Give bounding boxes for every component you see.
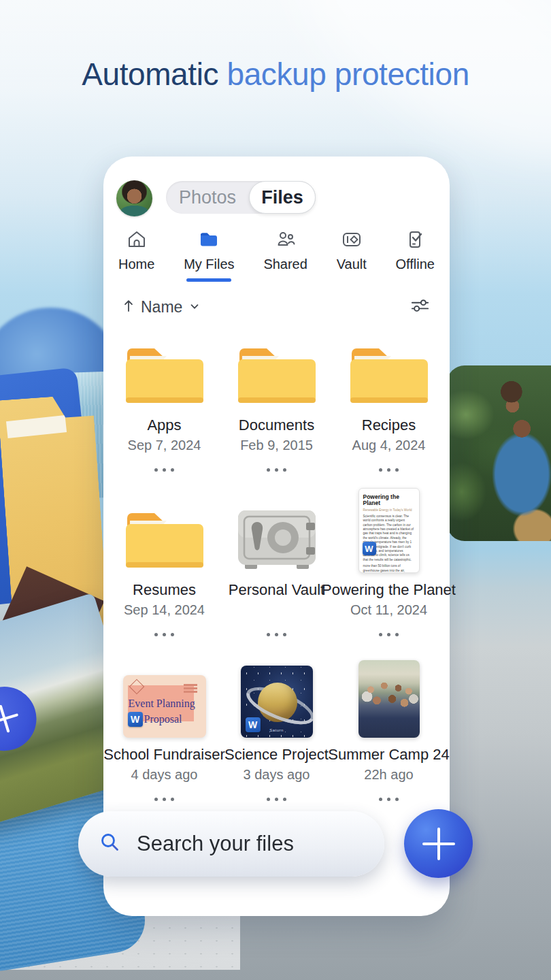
file-item-recipes[interactable]: Recipes Aug 4, 2024 <box>333 320 445 476</box>
word-icon: W <box>128 712 143 727</box>
tab-vault[interactable]: Vault <box>337 229 367 282</box>
search-input[interactable] <box>135 831 410 857</box>
file-date: 3 days ago <box>244 767 310 783</box>
file-name: School Fundraiser <box>103 746 225 764</box>
word-icon: W <box>363 542 376 555</box>
file-item-documents[interactable]: Documents Feb 9, 2015 <box>220 320 333 476</box>
doc-thumb-title: Powering the Planet <box>363 494 415 507</box>
offline-check-icon <box>404 229 426 253</box>
filter-sliders-icon[interactable] <box>410 295 431 319</box>
tab-my-files[interactable]: My Files <box>184 229 234 282</box>
avatar[interactable] <box>116 180 152 216</box>
more-options-icon[interactable] <box>267 627 286 641</box>
toggle-option-files[interactable]: Files <box>249 181 316 214</box>
file-name: Documents <box>239 416 314 434</box>
flyer-heading-2: Proposal <box>144 713 182 725</box>
sort-control[interactable]: Name <box>122 298 201 317</box>
file-name: Recipes <box>362 416 416 434</box>
folder-icon <box>235 346 318 408</box>
folder-icon <box>123 346 206 408</box>
tab-home-label: Home <box>118 257 154 272</box>
file-date: 22h ago <box>364 767 413 783</box>
tab-offline[interactable]: Offline <box>396 229 435 282</box>
screenshot-stage: Automatic backup protection Photos Files… <box>0 0 551 980</box>
add-button[interactable] <box>404 809 473 878</box>
bottom-nav-tabs: Home My Files Shared <box>118 229 435 282</box>
file-date: Oct 11, 2024 <box>350 602 427 619</box>
file-date: Aug 4, 2024 <box>352 438 426 454</box>
page-title: Automatic backup protection <box>0 56 551 93</box>
plus-icon <box>0 679 44 758</box>
file-item-summer-camp-24[interactable]: Summer Camp 24 22h ago <box>333 649 445 806</box>
more-options-icon[interactable] <box>379 627 399 641</box>
tab-shared-label: Shared <box>263 257 307 272</box>
photos-files-toggle[interactable]: Photos Files <box>166 181 316 214</box>
more-options-icon[interactable] <box>267 792 286 806</box>
tab-offline-label: Offline <box>396 257 435 272</box>
chevron-down-icon <box>188 298 201 316</box>
file-item-resumes[interactable]: Resumes Sep 14, 2024 <box>108 485 220 641</box>
file-name: Science Project <box>224 746 329 764</box>
flyer-text-lines <box>184 684 197 693</box>
file-date: Feb 9, 2015 <box>240 438 313 454</box>
photo-thumbnail <box>358 660 420 738</box>
word-icon: W <box>246 717 261 732</box>
flyer-heading-1: Event Planning <box>129 698 195 710</box>
doc-thumb-subtitle: Renewable Energy in Today's World <box>363 508 415 512</box>
tab-home[interactable]: Home <box>118 229 154 282</box>
safe-icon <box>237 508 317 573</box>
more-options-icon[interactable] <box>154 792 174 806</box>
folder-icon <box>198 229 220 253</box>
folder-icon <box>348 346 431 408</box>
page-title-highlight: backup protection <box>227 56 469 92</box>
sort-filter-row: Name <box>122 295 431 319</box>
file-name: Apps <box>147 416 181 434</box>
file-grid: Apps Sep 7, 2024 Documents Feb 9, 2015 <box>108 320 445 806</box>
folder-icon <box>123 510 206 573</box>
tab-vault-label: Vault <box>337 257 367 272</box>
word-image-thumbnail: Saturn W <box>241 666 313 738</box>
file-date: Sep 7, 2024 <box>128 438 201 454</box>
toggle-option-photos[interactable]: Photos <box>166 187 249 208</box>
file-date: Sep 14, 2024 <box>124 602 205 619</box>
page-title-prefix: Automatic <box>82 56 227 92</box>
decor-family-photo <box>447 365 551 541</box>
word-document-thumbnail: Powering the Planet Renewable Energy in … <box>358 488 420 573</box>
more-options-icon[interactable] <box>154 627 174 641</box>
doc-thumb-body2: more than 50 billion tons of greenhouse … <box>363 564 415 573</box>
file-date: 4 days ago <box>131 767 198 783</box>
tab-shared[interactable]: Shared <box>263 229 307 282</box>
onedrive-app-card: Photos Files Home My Files <box>103 157 450 916</box>
file-item-science-project[interactable]: Saturn W Science Project 3 days ago <box>220 649 333 806</box>
file-item-personal-vault[interactable]: Personal Vault <box>220 485 333 641</box>
word-flyer-thumbnail: Event Planning Proposal W <box>123 675 206 738</box>
search-icon <box>99 831 122 857</box>
sort-field-label: Name <box>141 298 182 316</box>
more-options-icon[interactable] <box>379 792 399 806</box>
vault-icon <box>341 229 363 253</box>
more-options-icon[interactable] <box>154 463 174 476</box>
file-name: Powering the Planet <box>322 581 456 599</box>
file-item-powering-the-planet[interactable]: Powering the Planet Renewable Energy in … <box>333 485 445 641</box>
home-icon <box>126 229 148 253</box>
tab-my-files-label: My Files <box>184 257 234 272</box>
file-item-apps[interactable]: Apps Sep 7, 2024 <box>108 320 220 476</box>
search-bar[interactable] <box>78 811 384 877</box>
file-name: Resumes <box>133 581 196 599</box>
more-options-icon[interactable] <box>379 463 399 476</box>
file-name: Summer Camp 24 <box>328 746 450 764</box>
file-item-school-fundraiser[interactable]: Event Planning Proposal W School Fundrai… <box>108 649 220 806</box>
more-options-icon[interactable] <box>267 463 286 476</box>
arrow-up-icon <box>122 298 135 317</box>
people-icon <box>275 229 297 253</box>
file-name: Personal Vault <box>229 581 324 599</box>
